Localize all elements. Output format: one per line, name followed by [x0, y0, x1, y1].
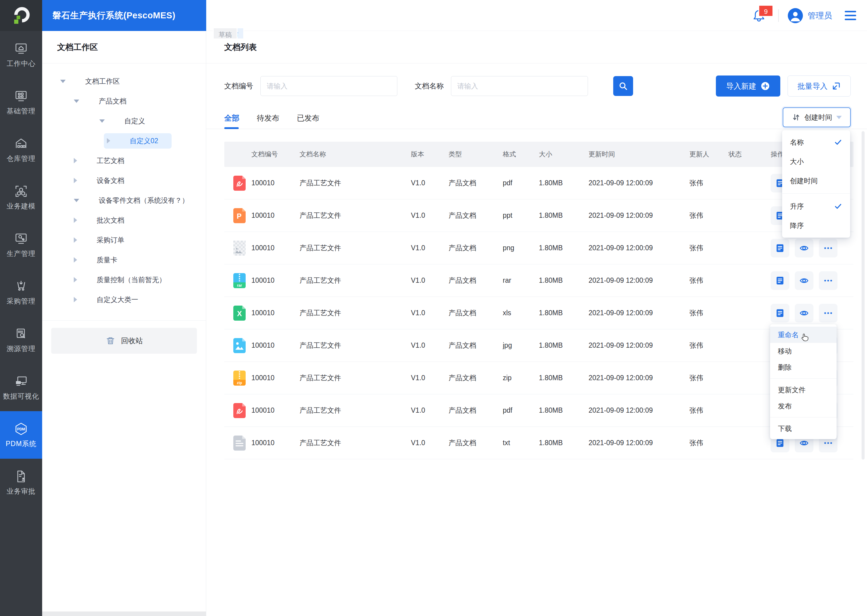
preview-button[interactable] [795, 304, 813, 322]
tree-node[interactable]: 采购订单 [42, 230, 206, 250]
tree-caret-icon[interactable] [74, 257, 77, 262]
more-actions-button[interactable] [819, 271, 837, 290]
tree-node[interactable]: 自定义大类一 [42, 290, 206, 310]
cell-size: 1.80MB [539, 406, 588, 415]
cell-type: 产品文档 [449, 341, 503, 350]
user-name[interactable]: 管理员 [808, 10, 832, 21]
table-row[interactable]: P rar X zip 100010 产 [224, 297, 853, 329]
svg-text:PDM: PDM [17, 427, 25, 431]
cell-updater: 张伟 [689, 211, 728, 220]
tree-caret-icon[interactable] [107, 138, 110, 143]
tree-node[interactable]: 工艺文档 [42, 151, 206, 171]
tree-caret-icon[interactable] [99, 119, 105, 123]
table-row[interactable]: P rar X zip 100010 产 [224, 394, 853, 427]
sidebar-item[interactable]: PDM 生产管理 [0, 221, 42, 269]
sidebar-item-icon: PDM [14, 422, 28, 436]
tree-node-label: 质量卡 [97, 255, 117, 265]
context-menu-item[interactable]: 发布 [770, 398, 837, 414]
file-type-icon: P rar X zip [233, 273, 246, 288]
sidebar-item[interactable]: PDM 业务审批 [0, 459, 42, 506]
sort-dropdown-button[interactable]: 创建时间 [783, 107, 851, 127]
sidebar-item[interactable]: PDM 工作中心 [0, 31, 42, 79]
sidebar-item[interactable]: PDM PDM系统 [0, 411, 42, 459]
more-actions-button[interactable] [819, 304, 837, 322]
tree-node[interactable]: 自定义 [42, 111, 206, 131]
tree-node[interactable]: 产品文档 [42, 91, 206, 111]
document-detail-button[interactable] [771, 271, 789, 290]
search-button[interactable] [613, 76, 633, 96]
ellipsis-icon [823, 308, 833, 318]
batch-import-label: 批量导入 [798, 81, 828, 91]
sort-menu-item[interactable]: 降序 [782, 216, 850, 235]
cell-doc-no: 100010 [251, 211, 300, 220]
tab[interactable]: 已发布 [297, 107, 319, 129]
sort-menu-item[interactable]: 大小 [782, 152, 850, 171]
avatar[interactable] [788, 8, 803, 23]
tab[interactable]: 待发布 [257, 107, 279, 129]
tree-node[interactable]: 质量卡 [42, 250, 206, 270]
preview-button[interactable] [795, 271, 813, 290]
table-row[interactable]: P rar X zip 100010 产 [224, 329, 853, 362]
table-row[interactable]: P rar X zip 100010 产 [224, 362, 853, 394]
import-new-button[interactable]: 导入新建 [716, 75, 780, 97]
tree-caret-icon[interactable] [74, 199, 79, 202]
sidebar-item-label: 采购管理 [6, 297, 36, 306]
context-menu-item[interactable]: 下载 [770, 421, 837, 437]
sidebar-item[interactable]: PDM 数据可视化 [0, 364, 42, 411]
doc-no-input[interactable] [260, 76, 397, 96]
tree-node[interactable]: 设备零件文档（系统没有？） [42, 190, 206, 210]
row-actions [771, 271, 853, 290]
file-type-icon: P rar X zip [233, 306, 246, 321]
tree-caret-icon[interactable] [74, 217, 77, 223]
sidebar-item-icon: PDM [14, 374, 28, 389]
app-logo[interactable] [0, 0, 42, 31]
tree-caret-icon[interactable] [74, 237, 77, 243]
cell-doc-no: 100010 [251, 309, 300, 317]
preview-button[interactable] [795, 239, 813, 258]
column-header: 更新时间 [588, 150, 689, 159]
document-detail-button[interactable] [771, 239, 789, 258]
menu-hamburger-icon[interactable] [845, 11, 856, 20]
batch-import-button[interactable]: 批量导入 [788, 75, 851, 97]
cell-doc-name: 产品工艺文件 [300, 211, 411, 220]
tree-node[interactable]: 自定义02 [42, 131, 206, 151]
sort-menu-item[interactable]: 名称 [782, 133, 850, 152]
context-menu-item[interactable]: 删除 [770, 359, 837, 376]
sidebar-item[interactable]: PDM 仓库管理 [0, 126, 42, 174]
tree-node[interactable]: 质量控制（当前暂无） [42, 270, 206, 290]
table-row[interactable]: P rar X zip 100010 产 [224, 232, 853, 264]
context-menu-item[interactable]: 更新文件 [770, 382, 837, 398]
sort-menu-item[interactable]: 创建时间 [782, 171, 850, 190]
tree-caret-icon[interactable] [74, 158, 77, 163]
table-row[interactable]: P rar X zip 100010 产 [224, 264, 853, 297]
sidebar-item[interactable]: PDM 基础管理 [0, 79, 42, 126]
sidebar-item[interactable]: PDM 溯源管理 [0, 316, 42, 364]
sidebar-item[interactable]: PDM 采购管理 [0, 269, 42, 316]
context-menu-item[interactable]: 重命名 [770, 327, 837, 343]
tree-node[interactable]: 设备文档 [42, 171, 206, 190]
sidebar-item[interactable]: PDM 业务建模 [0, 174, 42, 221]
recycle-bin-button[interactable]: 回收站 [51, 328, 197, 354]
tree-caret-icon[interactable] [74, 297, 77, 302]
table-row[interactable]: P rar X zip 100010 产 [224, 427, 853, 459]
sort-menu-item[interactable]: 升序 [782, 197, 850, 216]
notification-bell-button[interactable]: 9 [752, 8, 766, 23]
document-detail-button[interactable] [771, 304, 789, 322]
tree-node[interactable]: 文档工作区 [42, 71, 206, 91]
doc-name-input[interactable] [451, 76, 588, 96]
tree-caret-icon[interactable] [74, 277, 77, 283]
cell-doc-name: 产品工艺文件 [300, 178, 411, 188]
tab[interactable]: 全部 [224, 107, 239, 129]
tree-caret-icon[interactable] [74, 178, 77, 183]
table-row[interactable]: P rar X zip 100010 产 [224, 200, 853, 232]
sort-menu-item[interactable] [782, 193, 850, 194]
table-row[interactable]: P rar X zip 100010 产 [224, 167, 853, 200]
tree-node[interactable]: 批次文档 [42, 210, 206, 230]
tree-caret-icon[interactable] [60, 80, 66, 83]
vertical-scrollbar[interactable] [862, 131, 865, 460]
context-menu-item[interactable] [770, 417, 837, 418]
tree-caret-icon[interactable] [74, 99, 79, 103]
cell-updated-time: 2021-09-09 12:00:09 [588, 309, 689, 317]
more-actions-button[interactable] [819, 239, 837, 258]
context-menu-item[interactable]: 移动 [770, 343, 837, 359]
